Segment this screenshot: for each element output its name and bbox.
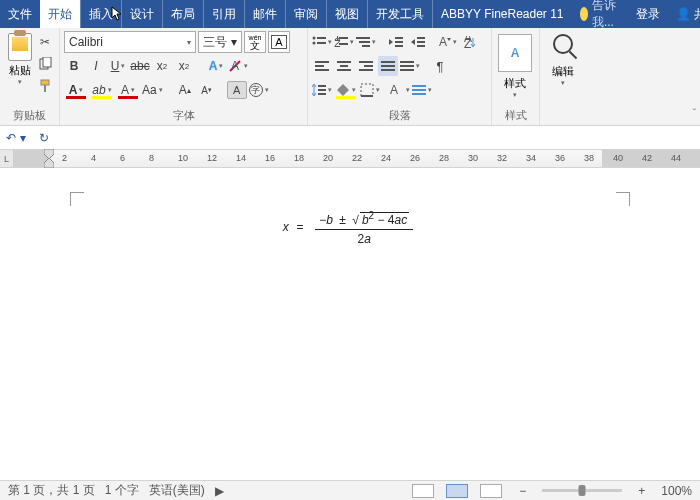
collapse-ribbon-button[interactable]: ˇ <box>693 108 696 119</box>
svg-rect-27 <box>315 69 329 71</box>
font-name-select[interactable]: Calibri▾ <box>64 31 196 53</box>
group-paragraph: 12 A AZ ¶ A 段落 <box>308 28 492 125</box>
indent-marker-bottom[interactable] <box>44 158 54 168</box>
svg-rect-38 <box>400 65 414 67</box>
sort-button[interactable]: AZ <box>460 32 480 52</box>
margin-corner-tr <box>616 192 630 206</box>
text-effects-button[interactable]: A <box>206 56 226 76</box>
view-web-button[interactable] <box>480 484 502 498</box>
character-border-button[interactable]: A <box>268 31 290 53</box>
tell-me-label: 告诉我... <box>592 0 620 31</box>
view-read-button[interactable] <box>412 484 434 498</box>
svg-rect-18 <box>395 45 403 47</box>
zoom-slider[interactable] <box>542 489 622 492</box>
borders-button[interactable] <box>360 80 380 100</box>
numbering-button[interactable]: 12 <box>334 32 354 52</box>
status-words[interactable]: 1 个字 <box>105 482 139 499</box>
tab-abbyy[interactable]: ABBYY FineReader 11 <box>432 0 572 28</box>
show-marks-button[interactable]: ¶ <box>430 56 450 76</box>
tab-developer[interactable]: 开发工具 <box>367 0 432 28</box>
ruler-tick: 14 <box>236 153 246 163</box>
paste-button[interactable]: 粘贴 ▾ <box>4 30 35 88</box>
svg-text:A: A <box>390 84 398 96</box>
svg-rect-12 <box>339 43 348 45</box>
justify-button[interactable] <box>378 56 398 76</box>
cut-button[interactable]: ✂ <box>35 32 55 52</box>
ruler-tick: 30 <box>468 153 478 163</box>
editing-button[interactable]: 编辑 ▾ <box>544 30 582 87</box>
copy-button[interactable] <box>35 54 55 74</box>
tab-file[interactable]: 文件 <box>0 0 40 28</box>
tab-view[interactable]: 视图 <box>326 0 367 28</box>
eq-lhs: x <box>283 220 289 234</box>
align-center-button[interactable] <box>334 56 354 76</box>
ruler[interactable]: L 24681012141618202224262830323436384042… <box>0 150 700 168</box>
styles-button[interactable]: A 样式 ▾ <box>496 30 534 99</box>
tab-review[interactable]: 审阅 <box>285 0 326 28</box>
ruler-tick: 36 <box>555 153 565 163</box>
svg-text:2: 2 <box>334 36 341 48</box>
snap-button[interactable]: A <box>390 80 410 100</box>
svg-rect-36 <box>381 69 395 71</box>
align-right-button[interactable] <box>356 56 376 76</box>
char-shading-button[interactable]: A <box>116 80 140 100</box>
status-page[interactable]: 第 1 页，共 1 页 <box>8 482 95 499</box>
tabs-button[interactable] <box>412 80 432 100</box>
tab-home[interactable]: 开始 <box>40 0 80 28</box>
ruler-tab-selector[interactable]: L <box>0 150 14 167</box>
line-spacing-button[interactable] <box>312 80 332 100</box>
tell-me[interactable]: 告诉我... <box>572 0 628 28</box>
group-font: Calibri▾ 三号▾ wén文 A B I U abc x2 x2 A A … <box>60 28 308 125</box>
phonetic-guide-button[interactable]: wén文 <box>244 31 266 53</box>
distribute-button[interactable] <box>400 56 420 76</box>
status-lang[interactable]: 英语(美国) <box>149 482 205 499</box>
superscript-button[interactable]: x2 <box>174 56 194 76</box>
increase-indent-button[interactable] <box>408 32 428 52</box>
ruler-tick: 4 <box>91 153 96 163</box>
ruler-tick: 18 <box>294 153 304 163</box>
shading-button[interactable] <box>334 80 358 100</box>
multilevel-button[interactable] <box>356 32 376 52</box>
share-button[interactable]: 👤共享 <box>668 0 700 28</box>
tab-design[interactable]: 设计 <box>121 0 162 28</box>
zoom-level[interactable]: 100% <box>661 484 692 498</box>
highlight-button[interactable]: ab <box>90 80 114 100</box>
shrink-font-button[interactable]: A▾ <box>197 80 217 100</box>
strike-button[interactable]: abc <box>130 56 150 76</box>
group-clipboard: 粘贴 ▾ ✂ 剪贴板 <box>0 28 60 125</box>
view-print-button[interactable] <box>446 484 468 498</box>
underline-button[interactable]: U <box>108 56 128 76</box>
ruler-tick: 34 <box>526 153 536 163</box>
font-size-select[interactable]: 三号▾ <box>198 31 242 53</box>
enclose-char-button[interactable]: 字 <box>249 80 269 100</box>
tab-layout[interactable]: 布局 <box>162 0 203 28</box>
paste-label: 粘贴 <box>9 63 31 78</box>
bold-button[interactable]: B <box>64 56 84 76</box>
undo-button[interactable]: ↶ ▾ <box>6 128 26 148</box>
char-shade-button[interactable]: A <box>227 81 247 99</box>
zoom-in-button[interactable]: + <box>638 484 645 498</box>
clear-format-button[interactable]: A <box>228 56 248 76</box>
grow-font-button[interactable]: A▴ <box>175 80 195 100</box>
equation[interactable]: x = −b ± √b2 − 4ac 2a <box>70 192 630 246</box>
tab-references[interactable]: 引用 <box>203 0 244 28</box>
font-size-value: 三号 <box>203 34 227 51</box>
login-button[interactable]: 登录 <box>628 0 668 28</box>
text-direction-button[interactable]: A <box>438 32 458 52</box>
tab-mailings[interactable]: 邮件 <box>244 0 285 28</box>
italic-button[interactable]: I <box>86 56 106 76</box>
format-painter-button[interactable] <box>35 76 55 96</box>
decrease-indent-button[interactable] <box>386 32 406 52</box>
svg-rect-28 <box>337 61 351 63</box>
bullets-button[interactable] <box>312 32 332 52</box>
change-case-button[interactable]: Aa <box>142 80 163 100</box>
svg-rect-3 <box>44 85 46 92</box>
tab-insert[interactable]: 插入 <box>80 0 121 28</box>
status-macro-icon[interactable]: ▶ <box>215 484 224 498</box>
redo-button[interactable]: ↻ <box>34 128 54 148</box>
document-area[interactable]: x = −b ± √b2 − 4ac 2a <box>0 168 700 480</box>
align-left-button[interactable] <box>312 56 332 76</box>
subscript-button[interactable]: x2 <box>152 56 172 76</box>
zoom-out-button[interactable]: − <box>519 484 526 498</box>
font-color-button[interactable]: A <box>64 80 88 100</box>
